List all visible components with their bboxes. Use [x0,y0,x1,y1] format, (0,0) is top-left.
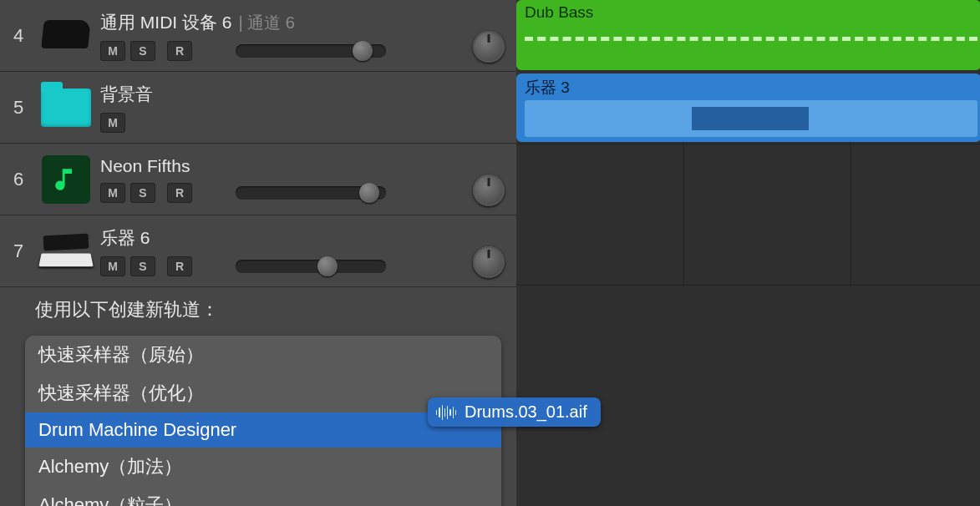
track-number: 6 [0,169,37,190]
track-name[interactable]: 通用 MIDI 设备 6 [100,11,232,34]
audio-waveform-icon [525,100,977,137]
track-number: 7 [0,240,37,262]
menu-item-quick-sampler-original[interactable]: 快速采样器（原始） [25,336,501,374]
mute-button[interactable]: M [100,41,125,61]
dragged-audio-file[interactable]: Drums.03_01.aif [428,397,601,427]
timeline-panel[interactable]: Dub Bass 乐器 3 [516,0,980,506]
pan-knob[interactable] [473,246,505,278]
track-number: 5 [0,97,37,119]
volume-slider[interactable] [236,186,386,200]
region-title: 乐器 3 [525,77,972,99]
record-button[interactable]: R [167,41,192,61]
record-button[interactable]: R [167,256,192,276]
create-track-menu: 使用以下创建新轨道： 快速采样器（原始） 快速采样器（优化） Drum Mach… [25,287,501,506]
track-row[interactable]: 4 通用 MIDI 设备 6 | 通道 6 M S R [0,0,516,72]
record-button[interactable]: R [167,183,192,203]
music-note-icon [37,150,95,209]
mute-button[interactable]: M [100,256,125,276]
track-number: 4 [0,25,37,47]
track-row[interactable]: 6 Neon Fifths M S R [0,144,516,215]
pan-knob[interactable] [473,175,505,206]
solo-button[interactable]: S [130,41,155,61]
midi-notes-icon [525,37,977,41]
volume-slider[interactable] [236,260,386,273]
menu-title: 使用以下创建新轨道： [25,287,501,336]
menu-item-alchemy-additive[interactable]: Alchemy（加法） [25,448,501,486]
audio-file-icon [436,404,456,421]
folder-icon [37,78,95,137]
keyboard-icon [37,222,95,281]
dragged-file-name: Drums.03_01.aif [465,402,587,422]
track-name[interactable]: 背景音 [100,83,153,106]
track-row[interactable]: 5 背景音 M [0,72,516,144]
region-title: Dub Bass [525,3,972,22]
timeline-grid [516,144,980,286]
track-row[interactable]: 7 乐器 6 M S R [0,215,516,287]
solo-button[interactable]: S [130,256,155,276]
pan-knob[interactable] [473,31,505,63]
solo-button[interactable]: S [130,183,155,203]
mute-button[interactable]: M [100,113,125,133]
piano-icon [37,7,95,65]
track-channel: 通道 6 [247,13,295,32]
region-instrument-3[interactable]: 乐器 3 [516,73,980,142]
track-name[interactable]: 乐器 6 [100,226,150,250]
menu-item-alchemy-granular[interactable]: Alchemy（粒子） [25,486,501,506]
track-name[interactable]: Neon Fifths [100,156,190,176]
mute-button[interactable]: M [100,183,125,203]
volume-slider[interactable] [236,44,386,58]
region-dub-bass[interactable]: Dub Bass [516,0,980,70]
